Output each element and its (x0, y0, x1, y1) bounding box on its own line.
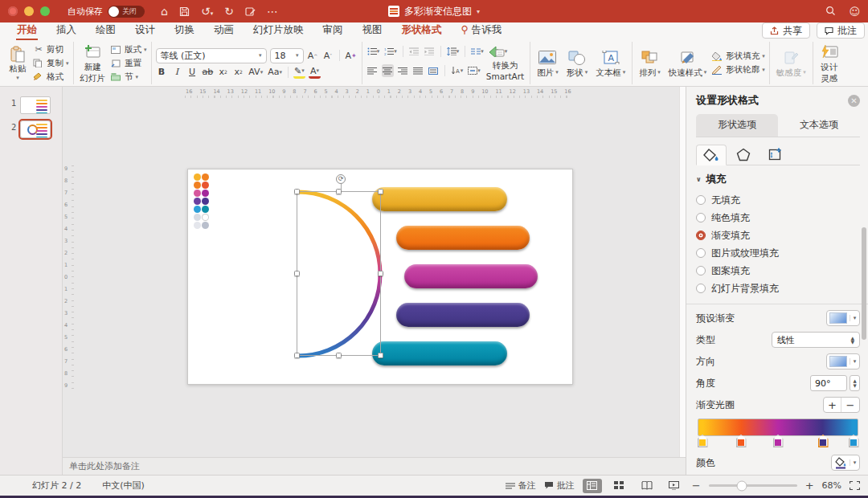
ribbon-tab-开始[interactable]: 开始 (8, 22, 46, 40)
radio-icon[interactable] (696, 266, 706, 276)
normal-view-button[interactable] (583, 479, 602, 493)
gradient-stop-editor[interactable] (698, 418, 858, 449)
preset-gradient-dropdown[interactable]: ▾ (826, 310, 860, 326)
slide-thumbnail-2[interactable]: 2 (0, 117, 62, 141)
tab-text-options[interactable]: 文本选项 (778, 114, 860, 137)
resize-handle-bottom-left[interactable] (294, 353, 300, 358)
design-ideas-button[interactable]: 设计 灵感 (817, 43, 841, 83)
paste-button[interactable]: 粘贴 ▾ (6, 44, 30, 81)
resize-handle-top-right[interactable] (378, 189, 383, 194)
bar-teal[interactable] (372, 341, 507, 365)
font-color-button[interactable]: A▾ (309, 66, 321, 79)
close-window-button[interactable] (8, 6, 18, 16)
more-commands-icon[interactable]: ⋯ (267, 5, 278, 18)
radio-icon[interactable] (696, 248, 706, 258)
bar-magenta[interactable] (404, 264, 538, 288)
gradient-stop-2[interactable] (736, 435, 747, 447)
shape-fill-button[interactable]: 形状填充▾ (712, 50, 765, 63)
search-icon[interactable] (825, 6, 836, 18)
character-spacing-button[interactable]: AV▾ (248, 66, 264, 79)
radio-icon[interactable] (696, 231, 706, 240)
shrink-font-button[interactable]: Aˇ (322, 49, 334, 62)
rotate-handle[interactable]: ⟳ (336, 174, 346, 184)
tab-shape-options[interactable]: 形状选项 (696, 114, 778, 137)
bar-purple[interactable] (396, 303, 530, 327)
angle-stepper[interactable]: ▲▼ (850, 375, 860, 391)
justify-button[interactable] (412, 64, 424, 77)
increase-indent-button[interactable] (424, 45, 436, 58)
ribbon-tab-绘图[interactable]: 绘图 (87, 22, 125, 40)
section-button[interactable]: 节▾ (111, 71, 147, 84)
new-slide-button[interactable]: 新建 幻灯片 (78, 43, 108, 83)
radio-icon[interactable] (696, 213, 706, 222)
align-center-button[interactable] (382, 64, 394, 77)
angle-input[interactable]: 90° (810, 375, 847, 391)
gradient-stop-5[interactable] (849, 435, 859, 447)
slideshow-view-button[interactable] (665, 479, 684, 493)
slide-sorter-view-button[interactable] (610, 479, 629, 493)
ribbon-tab-插入[interactable]: 插入 (47, 22, 85, 40)
panel-close-icon[interactable]: ✕ (848, 95, 860, 107)
resize-handle-middle-right[interactable] (378, 271, 383, 276)
font-family-combo[interactable]: 等线 (正文)▾ (156, 48, 267, 63)
fill-option-图案填充[interactable]: 图案填充 (696, 262, 860, 280)
align-right-button[interactable] (397, 64, 409, 77)
copy-button[interactable]: 复制▾ (33, 57, 69, 70)
fill-option-幻灯片背景填充[interactable]: 幻灯片背景填充 (696, 280, 860, 297)
panel-scrollbar[interactable] (862, 227, 866, 340)
clear-formatting-button[interactable]: A✦ (345, 49, 358, 62)
save-icon[interactable] (179, 6, 190, 17)
fit-slide-button[interactable] (850, 481, 860, 490)
notes-toggle-button[interactable]: 备注 (506, 480, 536, 492)
language-indicator[interactable]: 中文(中国) (102, 480, 145, 492)
superscript-button[interactable]: x2 (217, 66, 229, 79)
resize-handle-middle-left[interactable] (294, 271, 300, 276)
picture-button[interactable]: 图片▾ (534, 48, 561, 78)
bullets-button[interactable]: ▾ (366, 45, 381, 58)
paste-dropdown-icon[interactable]: ▾ (16, 75, 19, 81)
add-stop-button[interactable]: + (824, 398, 841, 412)
highlight-color-button[interactable]: ✎▾ (293, 66, 305, 79)
gradient-stop-1[interactable] (698, 435, 708, 447)
strikethrough-button[interactable]: ab (202, 66, 215, 79)
bar-orange[interactable] (396, 226, 530, 250)
reading-view-button[interactable] (637, 479, 657, 493)
comments-toggle-button[interactable]: 批注 (544, 480, 575, 492)
share-button[interactable]: 共享 (762, 22, 810, 39)
ribbon-tab-切换[interactable]: 切换 (166, 22, 203, 40)
cut-button[interactable]: ✂剪切 (33, 43, 69, 56)
document-title-group[interactable]: 多彩渐变信息图 ▾ (388, 5, 480, 18)
zoom-slider[interactable] (709, 484, 797, 487)
fill-option-无填充[interactable]: 无填充 (696, 191, 860, 209)
change-case-button[interactable]: Aa▾ (267, 66, 283, 79)
decrease-indent-button[interactable] (408, 45, 420, 58)
bold-button[interactable]: B (156, 66, 168, 79)
format-painter-button[interactable]: 格式 (33, 71, 69, 84)
gradient-type-select[interactable]: 线性▲▼ (772, 332, 860, 348)
fill-option-纯色填充[interactable]: 纯色填充 (696, 209, 860, 227)
zoom-out-button[interactable]: − (692, 480, 701, 492)
feedback-smiley-icon[interactable]: ☺ (849, 6, 860, 18)
convert-smartart-button[interactable]: 转换为 SmartArt (485, 60, 526, 80)
autosave-toggle[interactable]: 关闭 (108, 6, 145, 18)
fill-option-图片或纹理填充[interactable]: 图片或纹理填充 (696, 244, 860, 262)
slide-editing-surface[interactable]: ⟳ (187, 169, 573, 385)
zoom-percent[interactable]: 68% (822, 480, 841, 491)
resize-handle-bottom-right[interactable] (378, 353, 383, 358)
quick-print-icon[interactable] (245, 6, 256, 17)
gradient-direction-dropdown[interactable]: ▾ (826, 353, 860, 369)
resize-handle-top-left[interactable] (294, 189, 300, 194)
gradient-stop-3[interactable] (773, 435, 784, 447)
numbering-button[interactable]: 12▾ (383, 45, 398, 58)
align-left-button[interactable] (366, 64, 379, 77)
zoom-in-button[interactable]: + (805, 480, 814, 492)
fill-section-header[interactable]: ∨填充 (696, 173, 860, 186)
subscript-button[interactable]: x2 (232, 66, 244, 79)
underline-button[interactable]: U (186, 66, 199, 79)
grow-font-button[interactable]: A^ (307, 49, 319, 62)
autosave-control[interactable]: 自动保存 关闭 (68, 6, 145, 18)
convert-smartart-icon[interactable]: ▾ (488, 45, 509, 58)
ribbon-tab-设计[interactable]: 设计 (126, 22, 164, 40)
ribbon-tab-形状格式[interactable]: 形状格式 (393, 22, 451, 40)
undo-icon[interactable]: ↺▾ (201, 5, 213, 18)
